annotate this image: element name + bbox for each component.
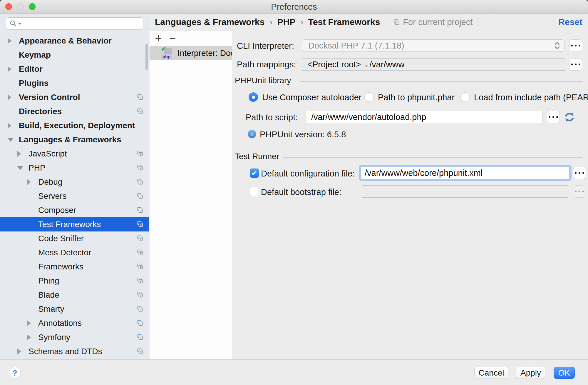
sidebar-item-code-sniffer[interactable]: Code Sniffer (0, 231, 149, 246)
search-options-chevron-icon[interactable] (18, 23, 21, 25)
sidebar-item-label: Annotations (38, 316, 82, 330)
sidebar-scrollbar-thumb[interactable] (145, 44, 148, 70)
path-mappings-field[interactable]: <Project root>→/var/www (302, 58, 565, 71)
scope-label: For current project (403, 17, 473, 27)
radio-label-load-from-include-path-pear[interactable]: Load from include path (PEAR) (474, 92, 588, 102)
config-file-label: Default configuration file: (261, 169, 355, 179)
radio-use-composer-autoloader[interactable] (249, 92, 258, 102)
sidebar-item-frameworks[interactable]: Frameworks (0, 260, 149, 274)
section-rule (283, 157, 582, 158)
help-button[interactable]: ? (9, 367, 21, 379)
project-settings-icon (137, 207, 144, 214)
sidebar-item-symfony[interactable]: Symfony (0, 330, 149, 344)
chevron-right-icon[interactable] (27, 320, 31, 326)
remove-interpreter-button[interactable]: − (166, 31, 179, 46)
chevron-down-icon[interactable] (8, 138, 14, 142)
cancel-button[interactable]: Cancel (474, 367, 508, 379)
reset-link[interactable]: Reset (558, 14, 582, 31)
sidebar-item-label: Phing (38, 274, 59, 288)
path-mappings-browse-button[interactable] (569, 58, 582, 71)
chevron-right-icon[interactable] (27, 334, 31, 340)
sidebar-item-label: Code Sniffer (38, 231, 84, 246)
sidebar-item-label: Symfony (38, 330, 70, 344)
config-file-browse-button[interactable] (573, 167, 586, 179)
chevron-right-icon[interactable] (17, 349, 21, 354)
chevron-right-icon[interactable] (27, 179, 31, 185)
bootstrap-checkbox[interactable] (250, 187, 259, 196)
sidebar-item-keymap[interactable]: Keymap (0, 48, 149, 62)
apply-button[interactable]: Apply (516, 367, 545, 379)
bootstrap-file-field[interactable] (362, 185, 568, 198)
radio-label-path-to-phpunit-phar[interactable]: Path to phpunit.phar (378, 92, 455, 102)
breadcrumb-languages-frameworks[interactable]: Languages & Frameworks (155, 17, 264, 27)
sidebar-item-label: Frameworks (38, 260, 83, 274)
sidebar-item-phing[interactable]: Phing (0, 274, 149, 288)
path-to-script-label: Path to script: (246, 113, 298, 122)
sidebar-item-label: PHP (29, 161, 46, 175)
radio-load-from-include-path-pear[interactable] (460, 92, 470, 102)
project-settings-icon (137, 320, 144, 327)
ok-button[interactable]: OK (554, 367, 575, 379)
sidebar-item-servers[interactable]: Servers (0, 189, 149, 203)
chevron-right-icon[interactable] (17, 151, 21, 157)
sidebar-item-schemas-and-dtds[interactable]: Schemas and DTDs (0, 344, 149, 359)
path-to-script-browse-button[interactable] (547, 111, 560, 123)
sidebar-item-label: Build, Execution, Deployment (19, 119, 135, 133)
sidebar-item-appearance-behavior[interactable]: Appearance & Behavior (0, 34, 149, 48)
project-settings-icon (137, 108, 144, 115)
add-interpreter-button[interactable]: + (152, 31, 165, 46)
info-icon: i (248, 130, 256, 138)
sidebar-item-annotations[interactable]: Annotations (0, 316, 149, 330)
sidebar-item-debug[interactable]: Debug (0, 175, 149, 189)
title-bar: Preferences (0, 0, 588, 14)
radio-label-use-composer-autoloader[interactable]: Use Composer autoloader (262, 92, 362, 102)
sidebar-item-blade[interactable]: Blade (0, 288, 149, 302)
sidebar-item-build-execution-deployment[interactable]: Build, Execution, Deployment (0, 119, 149, 133)
test-runner-section-title: Test Runner (235, 152, 279, 161)
search-input[interactable] (24, 19, 140, 29)
cli-interpreter-browse-button[interactable] (569, 39, 582, 52)
combo-stepper-icon[interactable] (551, 41, 563, 51)
breadcrumb-test-frameworks[interactable]: Test Frameworks (308, 17, 380, 27)
chevron-down-icon[interactable] (17, 166, 23, 170)
sidebar-item-smarty[interactable]: Smarty (0, 302, 149, 316)
interpreter-list-item[interactable]: ✔ php Interpreter: Dock (150, 46, 232, 60)
cli-interpreter-combo[interactable]: Docksal PHP 7.1 (7.1.18) (302, 39, 564, 52)
sidebar-item-php[interactable]: PHP (0, 161, 149, 175)
radio-path-to-phpunit-phar[interactable] (364, 92, 374, 102)
bootstrap-file-browse-button[interactable] (573, 185, 586, 198)
project-settings-icon (137, 221, 144, 228)
settings-search-field[interactable] (6, 17, 143, 30)
project-settings-icon (137, 249, 144, 256)
breadcrumb-separator: › (269, 17, 272, 27)
project-settings-icon (137, 334, 144, 341)
chevron-right-icon[interactable] (8, 38, 11, 44)
sidebar-item-plugins[interactable]: Plugins (0, 76, 149, 90)
settings-tree: Appearance & BehaviorKeymapEditorPlugins… (0, 34, 149, 359)
config-file-field[interactable]: /var/www/web/core/phpunit.xml (359, 165, 572, 181)
sidebar-item-directories[interactable]: Directories (0, 104, 149, 119)
sidebar-item-composer[interactable]: Composer (0, 203, 149, 217)
sidebar-item-label: Appearance & Behavior (19, 34, 112, 48)
config-checkbox[interactable]: ✔ (250, 169, 259, 178)
sidebar-item-test-frameworks[interactable]: Test Frameworks (0, 217, 149, 231)
sidebar-item-label: Blade (38, 288, 59, 302)
sidebar-item-label: Schemas and DTDs (29, 344, 102, 359)
cli-interpreter-label: CLI Interpreter: (237, 41, 294, 51)
chevron-right-icon[interactable] (8, 123, 11, 129)
sidebar-item-javascript[interactable]: JavaScript (0, 147, 149, 161)
project-settings-icon (137, 150, 144, 157)
sidebar-item-editor[interactable]: Editor (0, 62, 149, 76)
bootstrap-file-label: Default bootstrap file: (261, 187, 341, 197)
sidebar-item-label: JavaScript (29, 147, 67, 161)
sidebar-item-mess-detector[interactable]: Mess Detector (0, 246, 149, 260)
project-settings-icon (137, 348, 144, 355)
scope-indicator: For current project (393, 17, 473, 27)
breadcrumb-php[interactable]: PHP (277, 17, 296, 27)
sidebar-item-languages-frameworks[interactable]: Languages & Frameworks (0, 133, 149, 147)
project-settings-icon (137, 263, 144, 270)
reload-phpunit-icon[interactable] (563, 111, 576, 124)
chevron-right-icon[interactable] (8, 66, 11, 72)
path-to-script-field[interactable]: /var/www/vendor/autoload.php (306, 111, 542, 123)
settings-sidebar: Appearance & BehaviorKeymapEditorPlugins… (0, 14, 149, 359)
